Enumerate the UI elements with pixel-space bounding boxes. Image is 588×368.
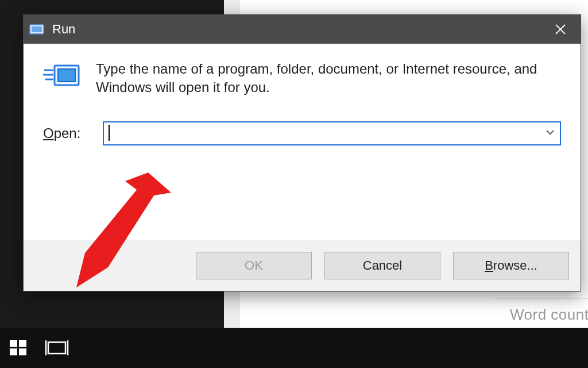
- svg-rect-10: [10, 340, 17, 347]
- background-divider: [496, 298, 588, 299]
- svg-rect-12: [10, 348, 17, 355]
- button-bar: OK Cancel Browse...: [24, 240, 581, 291]
- close-icon: [554, 23, 567, 36]
- run-icon: [29, 24, 44, 35]
- cancel-button-label: Cancel: [363, 258, 402, 273]
- text-caret: [109, 125, 110, 141]
- taskbar[interactable]: [0, 328, 588, 368]
- svg-rect-11: [19, 340, 26, 347]
- open-input[interactable]: [103, 121, 561, 145]
- dialog-title: Run: [52, 22, 75, 37]
- open-combobox[interactable]: [103, 121, 561, 145]
- start-button[interactable]: [8, 338, 29, 358]
- dialog-description: Type the name of a program, folder, docu…: [96, 60, 561, 97]
- close-button[interactable]: [540, 15, 581, 44]
- browse-button-label: Browse...: [485, 258, 537, 273]
- open-label: Open:: [43, 125, 92, 141]
- background-word-count-text: Word count: 2042: [510, 306, 588, 324]
- browse-button[interactable]: Browse...: [453, 252, 569, 279]
- ok-button[interactable]: OK: [196, 252, 312, 279]
- svg-rect-1: [32, 26, 42, 32]
- titlebar[interactable]: Run: [24, 15, 581, 44]
- svg-rect-8: [58, 69, 75, 82]
- svg-rect-14: [48, 342, 65, 354]
- task-view-icon: [45, 338, 69, 358]
- svg-rect-13: [19, 348, 26, 355]
- run-dialog: Run Type the name of a program,: [23, 14, 581, 292]
- task-view-button[interactable]: [45, 338, 69, 358]
- ok-button-label: OK: [245, 258, 263, 273]
- cancel-button[interactable]: Cancel: [324, 252, 440, 279]
- run-large-icon: [43, 62, 81, 94]
- windows-icon: [8, 338, 29, 358]
